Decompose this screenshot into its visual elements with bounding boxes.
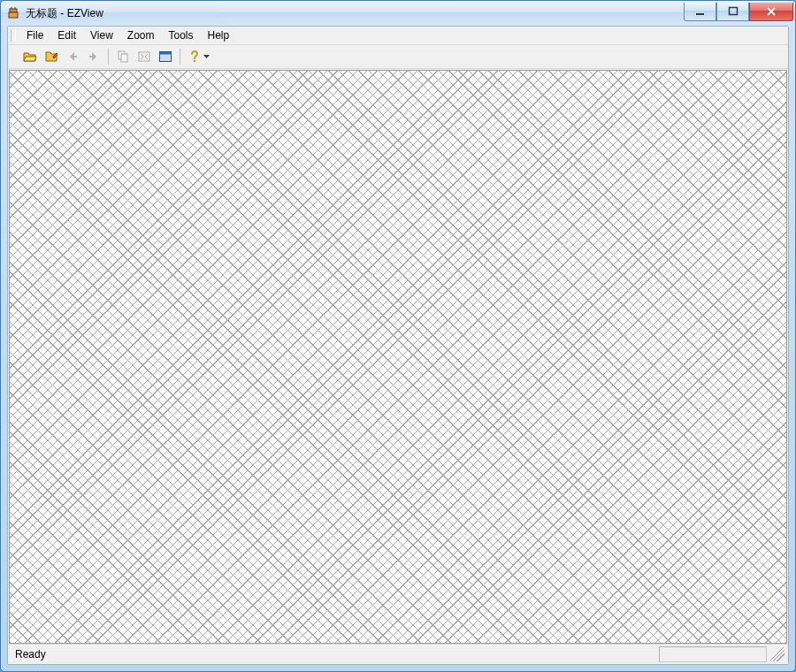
help-dropdown[interactable] (203, 50, 210, 64)
svg-rect-12 (160, 52, 172, 55)
menu-file[interactable]: File (19, 27, 50, 44)
svg-rect-9 (121, 54, 127, 62)
window-controls (684, 3, 793, 20)
menu-zoom[interactable]: Zoom (120, 27, 162, 44)
close-icon (766, 6, 777, 17)
minimize-icon (695, 6, 706, 17)
album-button[interactable] (41, 46, 62, 67)
app-window: 无标题 - EZView File Edit View Zoom To (0, 0, 796, 672)
toolbar (8, 45, 788, 69)
menu-help[interactable]: Help (201, 27, 237, 44)
toolbar-separator (180, 49, 180, 65)
menu-zoom-label: Zoom (127, 29, 155, 42)
fit-button[interactable] (134, 46, 155, 67)
menu-edit[interactable]: Edit (50, 27, 83, 44)
chevron-down-icon (203, 50, 210, 64)
svg-rect-1 (9, 12, 18, 18)
menu-tools[interactable]: Tools (162, 27, 201, 44)
app-icon (6, 6, 20, 20)
fullscreen-icon (158, 50, 172, 64)
titlebar[interactable]: 无标题 - EZView (1, 1, 795, 26)
forward-button[interactable] (83, 46, 104, 67)
open-button[interactable] (19, 46, 41, 67)
svg-point-13 (194, 60, 196, 63)
toolbar-separator (108, 49, 109, 65)
svg-rect-10 (139, 52, 149, 61)
svg-rect-5 (729, 8, 737, 15)
client-area: File Edit View Zoom Tools Help (7, 26, 789, 665)
svg-rect-4 (696, 13, 704, 15)
svg-rect-0 (10, 9, 17, 12)
menu-view[interactable]: View (83, 27, 120, 44)
close-button[interactable] (749, 3, 793, 21)
minimize-button[interactable] (684, 3, 716, 21)
fit-window-icon (137, 50, 151, 64)
open-folder-icon (23, 50, 37, 64)
help-icon (188, 50, 201, 64)
menubar-grip[interactable] (11, 29, 16, 42)
back-button[interactable] (62, 46, 83, 67)
album-icon (44, 50, 58, 64)
forward-arrow-icon (87, 50, 101, 64)
empty-canvas-hatch (10, 71, 786, 643)
copy-icon (116, 50, 130, 64)
fullscreen-button[interactable] (155, 46, 176, 67)
menu-file-label: File (27, 29, 43, 42)
status-text: Ready (11, 648, 50, 661)
image-canvas[interactable] (9, 70, 787, 644)
menu-tools-label: Tools (169, 29, 194, 42)
maximize-icon (728, 6, 739, 17)
menubar: File Edit View Zoom Tools Help (8, 27, 788, 45)
resize-grip[interactable] (770, 647, 785, 661)
status-slot (659, 646, 767, 662)
help-button[interactable] (184, 46, 205, 67)
menu-view-label: View (90, 29, 113, 42)
copy-button[interactable] (112, 46, 134, 67)
statusbar: Ready (8, 644, 788, 664)
menu-edit-label: Edit (57, 29, 76, 42)
window-title: 无标题 - EZView (26, 6, 103, 21)
maximize-button[interactable] (716, 3, 749, 21)
back-arrow-icon (65, 50, 80, 64)
menu-help-label: Help (208, 29, 230, 42)
